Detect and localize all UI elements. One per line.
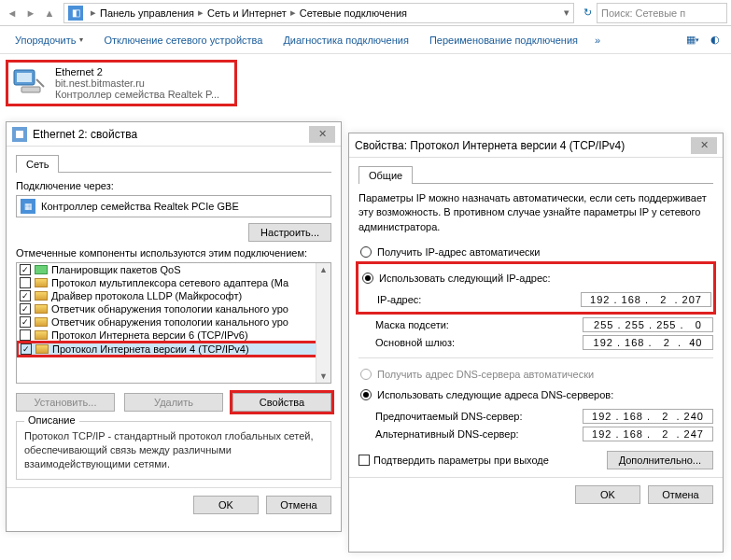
install-button[interactable]: Установить...	[16, 393, 115, 412]
chevron-right-icon: ▸	[87, 7, 100, 19]
components-list[interactable]: Планировщик пакетов QoSПротокол мультипл…	[16, 262, 331, 384]
search-input[interactable]: Поиск: Сетевые п	[597, 3, 727, 23]
component-item[interactable]: Протокол Интернета версии 6 (TCP/IPv6)	[17, 329, 330, 342]
protocol-icon	[35, 304, 48, 314]
checkbox-icon[interactable]	[20, 277, 31, 288]
radio-label: Использовать следующие адреса DNS-сервер…	[377, 389, 613, 400]
svg-rect-4	[16, 131, 23, 138]
tab-network[interactable]: Сеть	[16, 155, 59, 173]
tabstrip: Сеть	[16, 154, 331, 173]
radio-manual-dns[interactable]: Использовать следующие адреса DNS-сервер…	[358, 386, 713, 403]
rename-button[interactable]: Переименование подключения	[420, 31, 587, 49]
radio-manual-ip[interactable]: Использовать следующий IP-адрес:	[360, 270, 711, 287]
close-icon[interactable]: ✕	[691, 137, 717, 154]
nav-fwd-icon: ►	[22, 5, 39, 21]
checkbox-icon[interactable]	[358, 455, 370, 466]
network-adapter-icon	[12, 66, 49, 100]
dns1-input[interactable]	[583, 409, 713, 424]
protocol-icon	[35, 265, 48, 274]
diagnose-button[interactable]: Диагностика подключения	[274, 31, 417, 49]
help-icon[interactable]: ◐	[705, 30, 725, 50]
radio-auto-ip[interactable]: Получить IP-адрес автоматически	[358, 244, 713, 260]
ip-label: IP-адрес:	[377, 294, 581, 305]
scrollbar[interactable]: ▲▼	[316, 263, 330, 383]
protocol-icon	[35, 344, 49, 354]
component-label: Планировщик пакетов QoS	[51, 264, 181, 275]
nic-icon: ▦	[21, 199, 35, 214]
gateway-input[interactable]	[583, 335, 713, 350]
scroll-down-icon[interactable]: ▼	[319, 371, 328, 381]
search-placeholder: Поиск: Сетевые п	[601, 7, 685, 19]
checkbox-icon[interactable]	[20, 329, 31, 341]
properties-button[interactable]: Свойства	[232, 393, 331, 412]
breadcrumb-item[interactable]: Сеть и Интернет	[207, 7, 287, 19]
adapter-device: Контроллер семейства Realtek P...	[55, 89, 219, 100]
adapter-name-text: Контроллер семейства Realtek PCIe GBE	[41, 201, 239, 212]
component-item[interactable]: Ответчик обнаружения топологии канальног…	[17, 315, 330, 329]
adapter-text: Ethernet 2 bit.nest.bitmaster.ru Контрол…	[55, 66, 219, 100]
ipv4-properties-dialog: Свойства: Протокол Интернета версии 4 (T…	[348, 133, 724, 553]
dialog-title: Свойства: Протокол Интернета версии 4 (T…	[355, 139, 625, 152]
dns2-input[interactable]	[583, 427, 713, 441]
validate-checkbox-row[interactable]: Подтвердить параметры при выходе Дополни…	[358, 451, 713, 469]
validate-label: Подтвердить параметры при выходе	[373, 455, 549, 466]
ok-button[interactable]: OK	[193, 496, 259, 514]
radio-icon	[360, 369, 372, 380]
adapter-selector: ▦ Контроллер семейства Realtek PCIe GBE	[16, 195, 331, 217]
component-item[interactable]: Протокол Интернета версии 4 (TCP/IPv4)	[17, 342, 330, 357]
ethernet-properties-dialog: Ethernet 2: свойства ✕ Сеть Подключение …	[6, 121, 342, 532]
titlebar[interactable]: Свойства: Протокол Интернета версии 4 (T…	[349, 133, 723, 158]
uninstall-button[interactable]: Удалить	[124, 393, 223, 412]
checkbox-icon[interactable]	[20, 290, 31, 301]
radio-label: Получить адрес DNS-сервера автоматически	[377, 369, 594, 380]
radio-auto-dns: Получить адрес DNS-сервера автоматически	[358, 366, 713, 383]
control-panel-icon: ◧	[68, 6, 83, 21]
scroll-up-icon[interactable]: ▲	[319, 265, 328, 274]
manual-ip-highlight: Использовать следующий IP-адрес: IP-адре…	[358, 264, 713, 312]
cancel-button[interactable]: Отмена	[266, 496, 331, 514]
connect-using-label: Подключение через:	[16, 180, 331, 191]
component-item[interactable]: Ответчик обнаружения топологии канальног…	[17, 302, 330, 315]
component-label: Ответчик обнаружения топологии канальног…	[51, 316, 288, 328]
dns2-label: Альтернативный DNS-сервер:	[375, 428, 583, 440]
breadcrumb-item[interactable]: Сетевые подключения	[300, 7, 407, 19]
close-icon[interactable]: ✕	[309, 126, 335, 143]
checkbox-icon[interactable]	[21, 343, 32, 355]
dialog-title: Ethernet 2: свойства	[33, 128, 137, 141]
nav-up-icon[interactable]: ▲	[41, 5, 58, 21]
description-text: Протокол TCP/IP - стандартный протокол г…	[24, 429, 323, 471]
component-item[interactable]: Драйвер протокола LLDP (Майкрософт)	[17, 289, 330, 302]
more-chevron-icon[interactable]: »	[589, 35, 606, 46]
cancel-button[interactable]: Отмена	[648, 485, 713, 504]
breadcrumb[interactable]: ◧ ▸ Панель управления ▸ Сеть и Интернет …	[63, 3, 574, 23]
disable-device-button[interactable]: Отключение сетевого устройства	[94, 31, 272, 49]
checkbox-icon[interactable]	[20, 303, 31, 315]
organize-menu[interactable]: Упорядочить	[6, 31, 92, 49]
explorer-address-bar: ◄ ► ▲ ◧ ▸ Панель управления ▸ Сеть и Инт…	[0, 0, 731, 26]
checkbox-icon[interactable]	[20, 316, 31, 328]
adapter-item[interactable]: Ethernet 2 bit.nest.bitmaster.ru Контрол…	[6, 60, 237, 106]
advanced-button[interactable]: Дополнительно...	[607, 451, 713, 469]
checkbox-icon[interactable]	[20, 264, 31, 275]
intro-text: Параметры IP можно назначать автоматичес…	[358, 191, 713, 234]
tab-general[interactable]: Общие	[358, 166, 413, 184]
nav-back-icon[interactable]: ◄	[4, 5, 21, 21]
breadcrumb-dropdown-icon[interactable]: ▾	[564, 7, 569, 19]
dns1-label: Предпочитаемый DNS-сервер:	[375, 411, 583, 422]
breadcrumb-item[interactable]: Панель управления	[100, 7, 194, 19]
refresh-icon[interactable]: ↻	[578, 7, 597, 19]
component-label: Протокол Интернета версии 6 (TCP/IPv6)	[51, 329, 248, 341]
subnet-mask-input[interactable]	[583, 317, 713, 332]
ip-address-input[interactable]	[581, 292, 711, 307]
description-label: Описание	[24, 414, 79, 426]
component-item[interactable]: Протокол мультиплексора сетевого адаптер…	[17, 276, 330, 289]
explorer-toolbar: Упорядочить Отключение сетевого устройст…	[0, 26, 731, 54]
configure-button[interactable]: Настроить...	[248, 223, 331, 242]
ok-button[interactable]: OK	[575, 485, 640, 504]
titlebar[interactable]: Ethernet 2: свойства ✕	[7, 122, 341, 147]
component-label: Протокол Интернета версии 4 (TCP/IPv4)	[52, 343, 249, 355]
view-options-icon[interactable]: ▦▾	[682, 30, 703, 50]
component-item[interactable]: Планировщик пакетов QoS	[17, 263, 330, 276]
components-label: Отмеченные компоненты используются этим …	[16, 247, 331, 259]
protocol-icon	[35, 291, 48, 301]
